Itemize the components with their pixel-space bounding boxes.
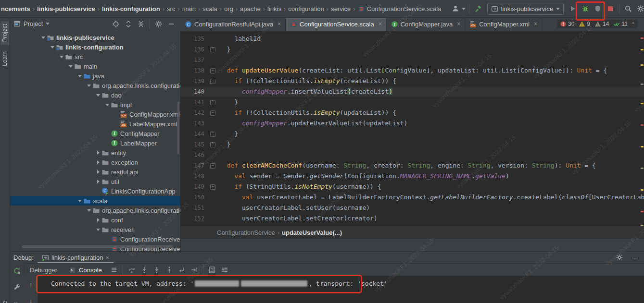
debug-settings-gear-button[interactable]: [613, 251, 626, 264]
fold-end-icon[interactable]: ^: [210, 142, 215, 147]
tree-right-arrow-icon[interactable]: [95, 160, 101, 164]
tree-down-arrow-icon[interactable]: [95, 94, 101, 97]
tree-item-exception[interactable]: exception: [10, 158, 180, 167]
tree-item-scala[interactable]: scala: [10, 196, 180, 206]
tree-down-arrow-icon[interactable]: [68, 65, 74, 68]
line-number[interactable]: 150: [180, 192, 209, 203]
tree-item-org-apache-linkis-configuration[interactable]: org.apache.linkis.configuration: [10, 81, 180, 90]
search-everywhere-button[interactable]: [622, 2, 634, 15]
stripe-mark[interactable]: [641, 64, 644, 66]
tree-item-configmapper[interactable]: IConfigMapper: [10, 129, 180, 138]
tree-down-arrow-icon[interactable]: [104, 104, 110, 106]
tree-item-main[interactable]: main: [10, 61, 180, 71]
run-configuration-select[interactable]: linkis-publicservice: [487, 3, 564, 15]
step-over-button[interactable]: [126, 265, 138, 275]
evaluate-expression-button[interactable]: [206, 265, 218, 275]
line-number[interactable]: 147: [180, 160, 209, 171]
build-project-button[interactable]: [472, 2, 484, 15]
tree-item-receiver[interactable]: receiver: [10, 225, 180, 234]
line-number[interactable]: 148: [180, 171, 209, 182]
error-stripe[interactable]: [640, 31, 644, 226]
tree-item-dao[interactable]: dao: [10, 90, 180, 100]
tree-item-configurationreceiver[interactable]: ConfigurationReceiver: [10, 234, 180, 244]
debug-settings-wrench-button[interactable]: [11, 281, 23, 293]
tree-right-arrow-icon[interactable]: [95, 151, 101, 155]
collapse-all-button[interactable]: [135, 18, 147, 30]
tree-item-labelmapper-xml[interactable]: <>LabelMapper.xml: [10, 119, 180, 129]
line-number[interactable]: 136: [180, 44, 209, 55]
stripe-mark[interactable]: [641, 124, 644, 126]
resume-program-button[interactable]: [11, 298, 23, 303]
stripe-mark[interactable]: [641, 103, 644, 104]
code-viewport[interactable]: 134135 labelId136^ }137138− def updateUs…: [180, 31, 644, 226]
breadcrumb-item[interactable]: main: [182, 5, 196, 12]
hide-tool-window-button[interactable]: —: [629, 251, 641, 264]
coverage-button[interactable]: [592, 2, 604, 15]
step-out-button[interactable]: [163, 265, 176, 275]
tree-down-arrow-icon[interactable]: [95, 229, 101, 231]
tree-item-linkisconfigurationapp[interactable]: C LinkisConfigurationApp: [10, 186, 180, 196]
stop-button[interactable]: [604, 2, 617, 15]
fold-open-icon[interactable]: −: [210, 184, 215, 190]
tree-down-arrow-icon[interactable]: [40, 36, 46, 39]
tree-down-arrow-icon[interactable]: [77, 200, 83, 202]
line-number[interactable]: 143: [180, 118, 209, 129]
tree-item-entity[interactable]: entity: [10, 148, 180, 158]
debug-console[interactable]: Connected to the target VM, address: ' ,…: [38, 276, 644, 303]
breadcrumb-item[interactable]: linkis-publicservice: [37, 5, 95, 12]
panel-settings-gear-button[interactable]: [152, 18, 165, 30]
editor-tab-configurationrestfulapi-java[interactable]: CConfigurationRestfulApi.java×: [180, 17, 286, 31]
up-stack-button[interactable]: ↑: [25, 279, 37, 291]
breadcrumb-item[interactable]: service: [331, 5, 351, 12]
breadcrumb-method[interactable]: updateUserValue(...): [282, 229, 342, 236]
tree-item-linkis-configuration[interactable]: linkis-configuration: [10, 42, 180, 52]
rerun-button[interactable]: [11, 265, 23, 277]
breadcrumb-item[interactable]: src: [167, 5, 175, 12]
stripe-mark[interactable]: [641, 84, 644, 85]
tree-item-labelmapper[interactable]: ILabelMapper: [10, 138, 180, 148]
line-number[interactable]: 138: [180, 65, 209, 76]
line-number[interactable]: 151: [180, 203, 209, 213]
breadcrumb-item[interactable]: scala: [202, 5, 217, 12]
tool-window-button-project[interactable]: Project: [0, 21, 9, 45]
tree-item-org-apache-linkis-configuration[interactable]: org.apache.linkis.configuration: [10, 206, 180, 215]
force-step-into-button[interactable]: [151, 265, 163, 275]
close-icon[interactable]: ×: [534, 21, 537, 27]
line-number[interactable]: 144: [180, 129, 209, 139]
drop-frame-button[interactable]: [176, 265, 188, 275]
breadcrumb-item[interactable]: configuration: [288, 5, 324, 12]
breadcrumb-item[interactable]: linkis: [267, 5, 281, 12]
project-panel-title[interactable]: Project: [13, 20, 50, 27]
editor-tab-configmapper-java[interactable]: IConfigMapper.java×: [387, 17, 465, 31]
errors-indicator[interactable]: 30: [560, 21, 574, 27]
tree-down-arrow-icon[interactable]: [59, 56, 64, 58]
breadcrumb-class[interactable]: ConfigurationService: [217, 229, 275, 236]
line-number[interactable]: 141: [180, 97, 209, 108]
editor-tab-configmapper-xml[interactable]: <>ConfigMapper.xml×: [465, 17, 542, 31]
tree-right-arrow-icon[interactable]: [95, 180, 101, 183]
stripe-mark[interactable]: [641, 37, 644, 39]
line-number[interactable]: 135: [180, 34, 209, 44]
layout-settings-button[interactable]: [218, 265, 231, 275]
settings-gear-button[interactable]: [634, 2, 644, 15]
close-icon[interactable]: ×: [106, 254, 110, 261]
fold-open-icon[interactable]: −: [210, 110, 215, 116]
warnings-indicator[interactable]: 9: [579, 21, 590, 27]
close-icon[interactable]: ×: [278, 21, 281, 27]
breadcrumb-item[interactable]: linkis-configuration: [102, 5, 160, 12]
tree-item-configmapper-xml[interactable]: <>ConfigMapper.xml: [10, 109, 180, 119]
collapse-widget-chevron[interactable]: ^: [632, 21, 634, 27]
tree-down-arrow-icon[interactable]: [50, 46, 55, 48]
fold-open-icon[interactable]: −: [210, 163, 215, 169]
tool-window-button-structure-partial[interactable]: re: [1, 301, 8, 303]
debug-session-tab[interactable]: linkis-configuration ×: [38, 252, 114, 263]
tree-item-java[interactable]: java: [10, 71, 180, 81]
line-number[interactable]: 142: [180, 108, 209, 118]
inspection-widget[interactable]: 30 9 14 11 ^: [557, 20, 637, 28]
editor-tab-configurationservice-scala[interactable]: ConfigurationService.scala×: [286, 17, 387, 31]
tree-item-src[interactable]: src: [10, 52, 180, 61]
debug-tab-debugger[interactable]: Debugger: [24, 264, 63, 276]
debug-button[interactable]: [579, 2, 592, 15]
line-number[interactable]: 152: [180, 213, 209, 224]
line-number[interactable]: 139: [180, 76, 209, 86]
